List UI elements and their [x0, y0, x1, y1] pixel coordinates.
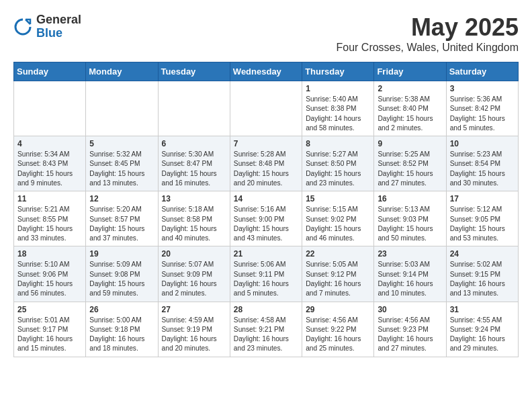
day-info: Sunrise: 5:12 AMSunset: 9:05 PMDaylight:…: [450, 205, 515, 243]
weekday-saturday: Saturday: [446, 62, 518, 81]
day-info: Sunrise: 5:10 AMSunset: 9:06 PMDaylight:…: [17, 260, 82, 298]
calendar-cell: 30Sunrise: 4:56 AMSunset: 9:23 PMDayligh…: [374, 302, 446, 357]
calendar-cell: 6Sunrise: 5:30 AMSunset: 8:47 PMDaylight…: [158, 136, 230, 191]
day-info: Sunrise: 5:18 AMSunset: 8:58 PMDaylight:…: [162, 205, 226, 243]
day-info: Sunrise: 5:36 AMSunset: 8:42 PMDaylight:…: [450, 95, 515, 133]
day-info: Sunrise: 4:58 AMSunset: 9:21 PMDaylight:…: [234, 316, 298, 354]
day-info: Sunrise: 5:30 AMSunset: 8:47 PMDaylight:…: [162, 150, 226, 188]
calendar-cell: 10Sunrise: 5:23 AMSunset: 8:54 PMDayligh…: [446, 136, 518, 191]
calendar-cell: 19Sunrise: 5:09 AMSunset: 9:08 PMDayligh…: [86, 246, 158, 302]
calendar-table: SundayMondayTuesdayWednesdayThursdayFrid…: [13, 62, 519, 357]
calendar-cell: 28Sunrise: 4:58 AMSunset: 9:21 PMDayligh…: [230, 302, 302, 357]
day-number: 24: [450, 249, 515, 259]
day-info: Sunrise: 5:20 AMSunset: 8:57 PMDaylight:…: [89, 205, 154, 243]
calendar-cell: [158, 81, 230, 136]
calendar-cell: 12Sunrise: 5:20 AMSunset: 8:57 PMDayligh…: [86, 191, 158, 246]
day-number: 3: [450, 84, 515, 93]
day-number: 17: [450, 194, 515, 203]
day-number: 6: [162, 139, 226, 148]
logo-blue-text: Blue: [36, 26, 62, 40]
calendar-cell: [86, 81, 158, 136]
calendar-cell: 3Sunrise: 5:36 AMSunset: 8:42 PMDaylight…: [446, 81, 518, 136]
day-number: 31: [450, 305, 515, 314]
calendar-cell: 15Sunrise: 5:15 AMSunset: 9:02 PMDayligh…: [302, 191, 374, 246]
day-info: Sunrise: 5:06 AMSunset: 9:11 PMDaylight:…: [234, 260, 298, 298]
day-info: Sunrise: 4:59 AMSunset: 9:19 PMDaylight:…: [162, 316, 226, 354]
weekday-friday: Friday: [374, 62, 446, 81]
day-number: 20: [162, 249, 226, 259]
day-info: Sunrise: 5:40 AMSunset: 8:38 PMDaylight:…: [306, 95, 370, 133]
day-info: Sunrise: 5:00 AMSunset: 9:18 PMDaylight:…: [89, 316, 154, 354]
day-info: Sunrise: 5:01 AMSunset: 9:17 PMDaylight:…: [17, 316, 82, 354]
calendar-cell: 2Sunrise: 5:38 AMSunset: 8:40 PMDaylight…: [374, 81, 446, 136]
day-number: 25: [17, 305, 82, 314]
day-info: Sunrise: 5:09 AMSunset: 9:08 PMDaylight:…: [89, 260, 154, 298]
calendar-cell: 29Sunrise: 4:56 AMSunset: 9:22 PMDayligh…: [302, 302, 374, 357]
day-number: 28: [234, 305, 298, 314]
calendar-cell: 11Sunrise: 5:21 AMSunset: 8:55 PMDayligh…: [14, 191, 86, 246]
day-number: 27: [162, 305, 226, 314]
day-number: 30: [378, 305, 442, 314]
logo: General Blue: [13, 13, 81, 40]
calendar-cell: 9Sunrise: 5:25 AMSunset: 8:52 PMDaylight…: [374, 136, 446, 191]
calendar-cell: 14Sunrise: 5:16 AMSunset: 9:00 PMDayligh…: [230, 191, 302, 246]
calendar-cell: 18Sunrise: 5:10 AMSunset: 9:06 PMDayligh…: [14, 246, 86, 302]
day-number: 18: [17, 249, 82, 259]
calendar-cell: 22Sunrise: 5:05 AMSunset: 9:12 PMDayligh…: [302, 246, 374, 302]
day-info: Sunrise: 5:13 AMSunset: 9:03 PMDaylight:…: [378, 205, 442, 243]
weekday-wednesday: Wednesday: [230, 62, 302, 81]
day-info: Sunrise: 5:07 AMSunset: 9:09 PMDaylight:…: [162, 260, 226, 298]
day-info: Sunrise: 5:27 AMSunset: 8:50 PMDaylight:…: [306, 150, 370, 188]
location: Four Crosses, Wales, United Kingdom: [336, 42, 519, 54]
calendar-cell: [14, 81, 86, 136]
day-info: Sunrise: 5:23 AMSunset: 8:54 PMDaylight:…: [450, 150, 515, 188]
day-number: 14: [234, 194, 298, 203]
calendar-cell: 5Sunrise: 5:32 AMSunset: 8:45 PMDaylight…: [86, 136, 158, 191]
day-number: 8: [306, 139, 370, 148]
calendar-week-row: 18Sunrise: 5:10 AMSunset: 9:06 PMDayligh…: [14, 246, 519, 302]
page-header: General Blue May 2025 Four Crosses, Wale…: [13, 13, 519, 54]
calendar-cell: 13Sunrise: 5:18 AMSunset: 8:58 PMDayligh…: [158, 191, 230, 246]
calendar-cell: 24Sunrise: 5:02 AMSunset: 9:15 PMDayligh…: [446, 246, 518, 302]
day-number: 15: [306, 194, 370, 203]
calendar-cell: 17Sunrise: 5:12 AMSunset: 9:05 PMDayligh…: [446, 191, 518, 246]
day-number: 4: [17, 139, 82, 148]
day-number: 7: [234, 139, 298, 148]
day-number: 1: [306, 84, 370, 93]
day-number: 12: [89, 194, 154, 203]
calendar-cell: 16Sunrise: 5:13 AMSunset: 9:03 PMDayligh…: [374, 191, 446, 246]
calendar-cell: 21Sunrise: 5:06 AMSunset: 9:11 PMDayligh…: [230, 246, 302, 302]
logo-general-text: General: [36, 13, 81, 26]
day-info: Sunrise: 5:34 AMSunset: 8:43 PMDaylight:…: [17, 150, 82, 188]
day-number: 11: [17, 194, 82, 203]
day-info: Sunrise: 5:02 AMSunset: 9:15 PMDaylight:…: [450, 260, 515, 298]
day-number: 13: [162, 194, 226, 203]
calendar-cell: 27Sunrise: 4:59 AMSunset: 9:19 PMDayligh…: [158, 302, 230, 357]
day-number: 19: [89, 249, 154, 259]
calendar-week-row: 1Sunrise: 5:40 AMSunset: 8:38 PMDaylight…: [14, 81, 519, 136]
day-info: Sunrise: 4:56 AMSunset: 9:23 PMDaylight:…: [378, 316, 442, 354]
calendar-cell: 1Sunrise: 5:40 AMSunset: 8:38 PMDaylight…: [302, 81, 374, 136]
calendar-week-row: 25Sunrise: 5:01 AMSunset: 9:17 PMDayligh…: [14, 302, 519, 357]
weekday-tuesday: Tuesday: [158, 62, 230, 81]
day-info: Sunrise: 4:56 AMSunset: 9:22 PMDaylight:…: [306, 316, 370, 354]
day-info: Sunrise: 4:55 AMSunset: 9:24 PMDaylight:…: [450, 316, 515, 354]
calendar-week-row: 11Sunrise: 5:21 AMSunset: 8:55 PMDayligh…: [14, 191, 519, 246]
day-number: 5: [89, 139, 154, 148]
day-info: Sunrise: 5:25 AMSunset: 8:52 PMDaylight:…: [378, 150, 442, 188]
day-number: 16: [378, 194, 442, 203]
month-title: May 2025: [336, 13, 519, 42]
day-number: 29: [306, 305, 370, 314]
calendar-cell: 26Sunrise: 5:00 AMSunset: 9:18 PMDayligh…: [86, 302, 158, 357]
day-info: Sunrise: 5:38 AMSunset: 8:40 PMDaylight:…: [378, 95, 442, 133]
day-info: Sunrise: 5:03 AMSunset: 9:14 PMDaylight:…: [378, 260, 442, 298]
calendar-cell: 25Sunrise: 5:01 AMSunset: 9:17 PMDayligh…: [14, 302, 86, 357]
logo-icon: [13, 17, 32, 36]
weekday-monday: Monday: [86, 62, 158, 81]
day-info: Sunrise: 5:21 AMSunset: 8:55 PMDaylight:…: [17, 205, 82, 243]
day-info: Sunrise: 5:15 AMSunset: 9:02 PMDaylight:…: [306, 205, 370, 243]
day-number: 23: [378, 249, 442, 259]
weekday-header-row: SundayMondayTuesdayWednesdayThursdayFrid…: [14, 62, 519, 81]
day-number: 21: [234, 249, 298, 259]
day-info: Sunrise: 5:28 AMSunset: 8:48 PMDaylight:…: [234, 150, 298, 188]
